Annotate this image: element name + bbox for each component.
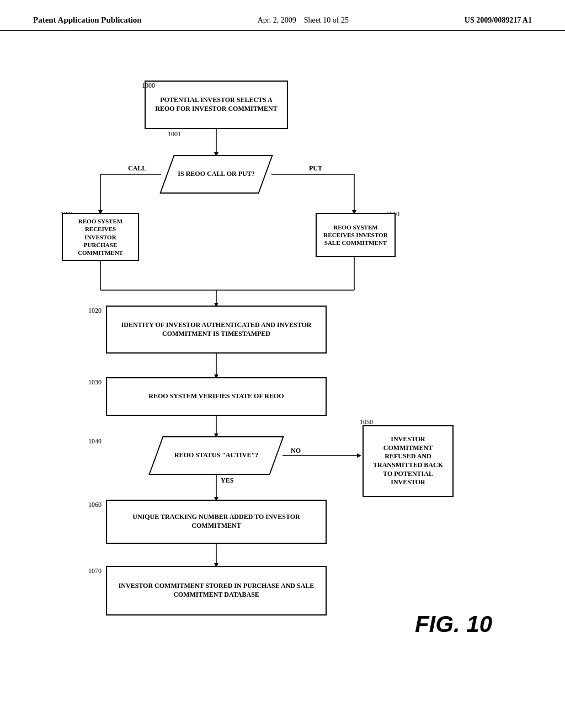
diamond-call-put-text: IS REOO CALL OR PUT? [172, 170, 260, 179]
yes-label: YES [221, 477, 233, 485]
diamond-1040-text: REOO STATUS "ACTIVE"? [172, 451, 260, 460]
put-box-text: REOO SYSTEM RECEIVES INVESTOR SALE COMMI… [322, 223, 389, 247]
flowchart: POTENTIAL INVESTOR SELECTS A REOO FOR IN… [45, 47, 520, 654]
main-content: POTENTIAL INVESTOR SELECTS A REOO FOR IN… [0, 31, 565, 671]
ref-1000: 1000 [142, 82, 155, 90]
node-1020-text: IDENTITY OF INVESTOR AUTHENTICATED AND I… [113, 321, 320, 338]
node-put-box: REOO SYSTEM RECEIVES INVESTOR SALE COMMI… [316, 213, 396, 257]
diamond-call-put: IS REOO CALL OR PUT? [161, 155, 271, 194]
fig-label: FIG. 10 [415, 611, 492, 638]
patent-number: US 2009/0089217 A1 [465, 16, 532, 25]
sheet-label: Sheet 10 of 25 [304, 16, 349, 24]
page-header: Patent Application Publication Apr. 2, 2… [0, 0, 565, 31]
publication-label: Patent Application Publication [33, 15, 142, 25]
node-1060-text: UNIQUE TRACKING NUMBER ADDED TO INVESTOR… [113, 513, 320, 530]
ref-1040: 1040 [88, 437, 102, 446]
put-label: PUT [309, 164, 322, 173]
no-label: NO [291, 447, 301, 455]
svg-marker-19 [357, 453, 361, 458]
ref-1020: 1020 [88, 307, 102, 315]
ref-1001: 1001 [168, 130, 181, 138]
node-1000-text: POTENTIAL INVESTOR SELECTS A REOO FOR IN… [151, 96, 281, 113]
date-sheet-label: Apr. 2, 2009 Sheet 10 of 25 [258, 16, 349, 25]
node-1020: IDENTITY OF INVESTOR AUTHENTICATED AND I… [106, 306, 327, 354]
node-1070: INVESTOR COMMITMENT STORED IN PURCHASE A… [106, 566, 327, 615]
node-call-box: REOO SYSTEM RECEIVES INVESTOR PURCHASE C… [62, 213, 139, 261]
ref-1070: 1070 [88, 567, 102, 575]
node-1050-text: INVESTOR COMMITMENT REFUSED AND TRANSMIT… [369, 435, 447, 487]
node-1000: POTENTIAL INVESTOR SELECTS A REOO FOR IN… [145, 81, 288, 129]
call-box-text: REOO SYSTEM RECEIVES INVESTOR PURCHASE C… [68, 217, 132, 256]
call-label: CALL [128, 164, 146, 173]
node-1070-text: INVESTOR COMMITMENT STORED IN PURCHASE A… [113, 582, 320, 599]
node-1030-text: REOO SYSTEM VERIFIES STATE OF REOO [148, 392, 284, 401]
node-1030: REOO SYSTEM VERIFIES STATE OF REOO [106, 377, 327, 416]
diamond-1040: REOO STATUS "ACTIVE"? [156, 436, 277, 475]
node-1050: INVESTOR COMMITMENT REFUSED AND TRANSMIT… [363, 425, 454, 497]
node-1060: UNIQUE TRACKING NUMBER ADDED TO INVESTOR… [106, 500, 327, 544]
date-label: Apr. 2, 2009 [258, 16, 296, 24]
ref-1030: 1030 [88, 378, 102, 387]
ref-1060: 1060 [88, 501, 102, 509]
